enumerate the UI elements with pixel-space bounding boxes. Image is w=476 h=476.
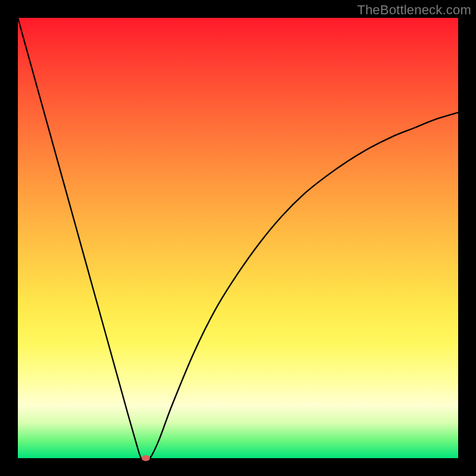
- plot-area: [18, 18, 458, 458]
- bottleneck-curve: [18, 18, 458, 458]
- optimal-marker: [142, 455, 150, 461]
- watermark-text: TheBottleneck.com: [357, 2, 471, 18]
- chart-frame: TheBottleneck.com: [0, 0, 476, 476]
